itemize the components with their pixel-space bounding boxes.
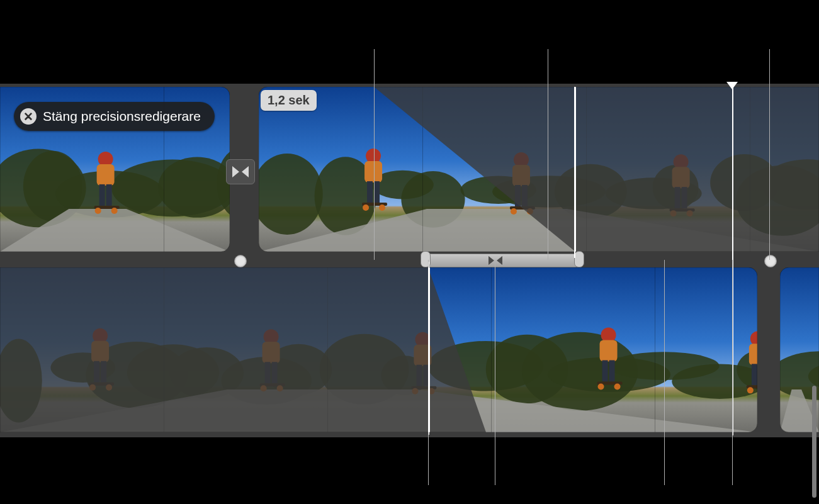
svg-point-121 <box>598 383 604 389</box>
callout-line <box>769 49 770 260</box>
transition-end-handle[interactable] <box>574 251 584 267</box>
callout-line <box>664 260 665 485</box>
svg-rect-11 <box>99 184 105 206</box>
svg-rect-10 <box>97 164 115 186</box>
svg-point-45 <box>363 204 369 211</box>
callout-line <box>495 260 495 485</box>
transition-center-icon <box>489 256 502 265</box>
transition-well[interactable] <box>226 159 255 184</box>
svg-rect-12 <box>106 184 112 206</box>
precision-midbar <box>0 252 819 267</box>
svg-marker-130 <box>0 267 486 432</box>
transition-bar[interactable] <box>423 254 582 267</box>
svg-rect-93 <box>491 267 492 432</box>
bottom-clip-a[interactable] <box>0 267 757 432</box>
svg-point-46 <box>379 204 385 211</box>
close-icon: ✕ <box>20 108 37 125</box>
svg-marker-72 <box>497 256 502 265</box>
svg-rect-117 <box>600 340 618 361</box>
top-clip-b-in-edge[interactable] <box>574 87 576 252</box>
svg-rect-124 <box>749 344 757 365</box>
svg-rect-94 <box>655 267 655 432</box>
top-track: ✕ Stäng precisionsredigerare 1,2 sek <box>0 87 819 252</box>
svg-marker-69 <box>232 166 239 177</box>
clip-b-start-handle[interactable] <box>764 255 777 267</box>
svg-rect-119 <box>609 360 615 381</box>
bottom-track <box>0 267 819 432</box>
playhead-marker-icon <box>726 82 738 89</box>
svg-point-122 <box>614 383 621 389</box>
transition-duration-badge: 1,2 sek <box>261 90 317 111</box>
close-label: Stäng precisionsredigerare <box>43 109 201 124</box>
svg-point-128 <box>747 387 754 393</box>
precision-editor: ✕ Stäng precisionsredigerare 1,2 sek <box>0 84 819 437</box>
callout-line <box>548 49 548 260</box>
callout-line <box>732 260 733 485</box>
svg-point-52 <box>511 208 517 215</box>
top-clip-b[interactable] <box>259 87 819 252</box>
bottom-clip-a-out-edge[interactable] <box>428 267 430 432</box>
close-precision-editor-button[interactable]: ✕ Stäng precisionsredigerare <box>14 102 215 131</box>
svg-point-14 <box>95 208 101 214</box>
svg-rect-43 <box>374 181 380 203</box>
svg-rect-118 <box>602 360 608 381</box>
bowtie-transition-icon <box>232 166 249 177</box>
svg-point-15 <box>111 208 118 214</box>
svg-rect-42 <box>367 181 373 203</box>
callout-line <box>374 49 375 260</box>
svg-marker-70 <box>242 166 249 177</box>
clip-a-end-handle[interactable] <box>234 255 247 267</box>
svg-marker-71 <box>489 256 494 265</box>
vertical-scroll-thumb[interactable] <box>812 386 816 498</box>
svg-rect-125 <box>752 364 757 385</box>
